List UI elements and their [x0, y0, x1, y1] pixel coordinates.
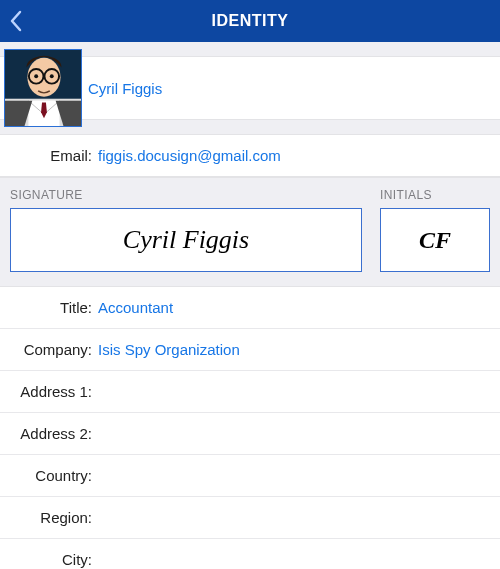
- signature-section: SIGNATURE Cyril Figgis INITIALS CF: [0, 177, 500, 287]
- header: IDENTITY: [0, 0, 500, 42]
- field-label: Company:: [8, 341, 98, 358]
- fields-list: Title:AccountantCompany:Isis Spy Organiz…: [0, 287, 500, 569]
- avatar[interactable]: [4, 49, 82, 127]
- back-button[interactable]: [8, 8, 26, 34]
- chevron-left-icon: [8, 8, 26, 34]
- profile-band: Cyril Figgis: [0, 56, 500, 120]
- signature-label: SIGNATURE: [10, 188, 362, 202]
- profile-row[interactable]: Cyril Figgis: [0, 56, 500, 120]
- profile-name[interactable]: Cyril Figgis: [88, 80, 162, 97]
- field-row[interactable]: Title:Accountant: [0, 287, 500, 329]
- field-label: Region:: [8, 509, 98, 526]
- initials-label: INITIALS: [380, 188, 490, 202]
- signature-box[interactable]: Cyril Figgis: [10, 208, 362, 272]
- field-row[interactable]: Region:: [0, 497, 500, 539]
- field-value[interactable]: Accountant: [98, 299, 173, 316]
- field-row[interactable]: Address 2:: [0, 413, 500, 455]
- field-row[interactable]: Address 1:: [0, 371, 500, 413]
- field-label: Country:: [8, 467, 98, 484]
- email-label: Email:: [8, 147, 98, 164]
- email-row[interactable]: Email: figgis.docusign@gmail.com: [0, 134, 500, 177]
- field-label: Address 1:: [8, 383, 98, 400]
- field-label: City:: [8, 551, 98, 568]
- field-label: Title:: [8, 299, 98, 316]
- email-value[interactable]: figgis.docusign@gmail.com: [98, 147, 281, 164]
- field-label: Address 2:: [8, 425, 98, 442]
- field-row[interactable]: Country:: [0, 455, 500, 497]
- initials-column: INITIALS CF: [380, 188, 490, 272]
- field-row[interactable]: Company:Isis Spy Organization: [0, 329, 500, 371]
- initials-box[interactable]: CF: [380, 208, 490, 272]
- svg-point-7: [50, 74, 54, 78]
- field-row[interactable]: City:: [0, 539, 500, 569]
- initials-text: CF: [419, 227, 451, 254]
- signature-text: Cyril Figgis: [123, 225, 249, 255]
- field-value[interactable]: Isis Spy Organization: [98, 341, 240, 358]
- svg-point-6: [34, 74, 38, 78]
- signature-column: SIGNATURE Cyril Figgis: [10, 188, 362, 272]
- page-title: IDENTITY: [0, 12, 500, 30]
